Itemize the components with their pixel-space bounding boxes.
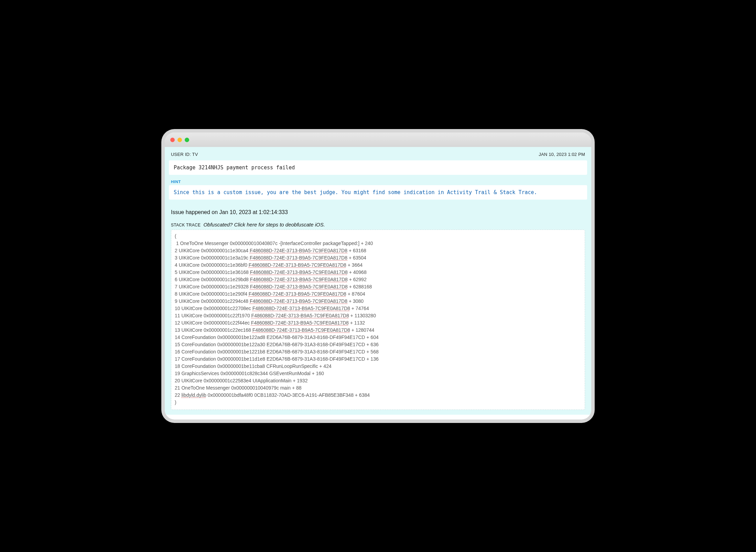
stack-frame: 17 CoreFoundation 0x00000001be11d1e8 E2D… bbox=[175, 355, 581, 363]
stack-frame: 4 UIKitCore 0x00000001c1e36bf0 F486088D-… bbox=[175, 262, 581, 269]
stack-frame: 19 GraphicsServices 0x00000001c828c344 G… bbox=[175, 370, 581, 377]
stack-frame: 13 UIKitCore 0x00000001c22ec168 F486088D… bbox=[175, 327, 581, 334]
timestamp-label: JAN 10, 2023 1:02 PM bbox=[539, 152, 585, 157]
stack-close-paren: ) bbox=[175, 399, 581, 406]
top-bar: USER ID: TV JAN 10, 2023 1:02 PM bbox=[165, 147, 591, 160]
content-area: USER ID: TV JAN 10, 2023 1:02 PM Package… bbox=[165, 147, 591, 415]
deobfuscate-link[interactable]: Obfuscated? Click here for steps to deob… bbox=[203, 222, 325, 227]
stack-trace-header: STACK TRACE Obfuscated? Click here for s… bbox=[165, 222, 591, 230]
stack-frame: 1 OneToOne Messenger 0x000000010040807c … bbox=[175, 240, 581, 247]
stack-frame: 21 OneToOne Messenger 0x000000010040979c… bbox=[175, 384, 581, 392]
hint-text: Since this is a custom issue, you are th… bbox=[169, 185, 587, 200]
stack-frame: 18 CoreFoundation 0x00000001be11cba8 CFR… bbox=[175, 363, 581, 370]
stack-open-paren: ( bbox=[175, 233, 581, 240]
window-titlebar bbox=[165, 132, 591, 147]
stack-frame: 20 UIKitCore 0x00000001c22583e4 UIApplic… bbox=[175, 377, 581, 384]
issue-timestamp-line: Issue happened on Jan 10, 2023 at 1:02:1… bbox=[165, 208, 591, 222]
stack-frame: 6 UIKitCore 0x00000001c1e29bd8 F486088D-… bbox=[175, 276, 581, 283]
zoom-icon[interactable] bbox=[185, 138, 189, 142]
stack-frame: 12 UIKitCore 0x00000001c22f44ec F486088D… bbox=[175, 319, 581, 327]
user-id-label: USER ID: TV bbox=[171, 152, 198, 157]
stack-frame: 16 CoreFoundation 0x00000001be1221b8 E2D… bbox=[175, 348, 581, 355]
stack-frame: 9 UIKitCore 0x00000001c2294c48 F486088D-… bbox=[175, 298, 581, 305]
hint-heading: HINT bbox=[165, 180, 591, 185]
stack-trace-box: ( 1 OneToOne Messenger 0x000000010040807… bbox=[171, 230, 585, 410]
stack-trace-label: STACK TRACE bbox=[171, 223, 201, 227]
stack-frame: 5 UIKitCore 0x00000001c1e36168 F486088D-… bbox=[175, 269, 581, 276]
stack-frame: 8 UIKitCore 0x00000001c1e290f4 F486088D-… bbox=[175, 290, 581, 298]
minimize-icon[interactable] bbox=[177, 138, 182, 142]
close-icon[interactable] bbox=[170, 138, 175, 142]
issue-message: Package 3214NHJS payment process failed bbox=[169, 160, 587, 175]
app-window: USER ID: TV JAN 10, 2023 1:02 PM Package… bbox=[165, 132, 591, 420]
stack-frame: 3 UIKitCore 0x00000001c1e3a19c F486088D-… bbox=[175, 254, 581, 262]
stack-frame: 11 UIKitCore 0x00000001c22f1970 F486088D… bbox=[175, 312, 581, 319]
stack-frame: 2 UIKitCore 0x00000001c1e30ca4 F486088D-… bbox=[175, 247, 581, 254]
stack-frame: 7 UIKitCore 0x00000001c1e29328 F486088D-… bbox=[175, 283, 581, 290]
stack-frame: 15 CoreFoundation 0x00000001be122a30 E2D… bbox=[175, 341, 581, 348]
stack-frame: 14 CoreFoundation 0x00000001be122ad8 E2D… bbox=[175, 334, 581, 341]
stack-frame: 22 libdyld.dylib 0x00000001bdfa48f0 0CB1… bbox=[175, 392, 581, 399]
stack-frame: 10 UIKitCore 0x00000001c22708ec F486088D… bbox=[175, 305, 581, 312]
